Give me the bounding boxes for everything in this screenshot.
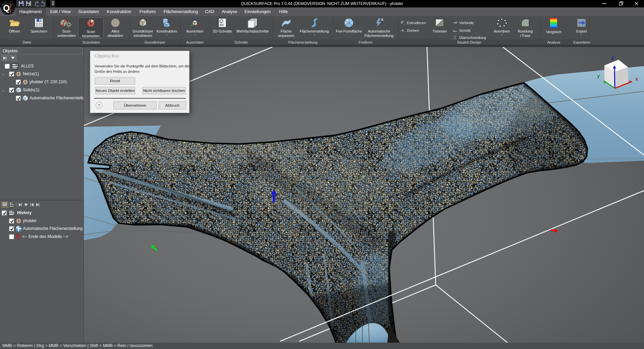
svg-text:y: y [597, 73, 600, 79]
svg-text:x: x [635, 76, 638, 82]
svg-text:z: z [611, 55, 614, 60]
svg-text:Q: Q [3, 3, 10, 13]
svg-text:A: A [381, 18, 383, 21]
